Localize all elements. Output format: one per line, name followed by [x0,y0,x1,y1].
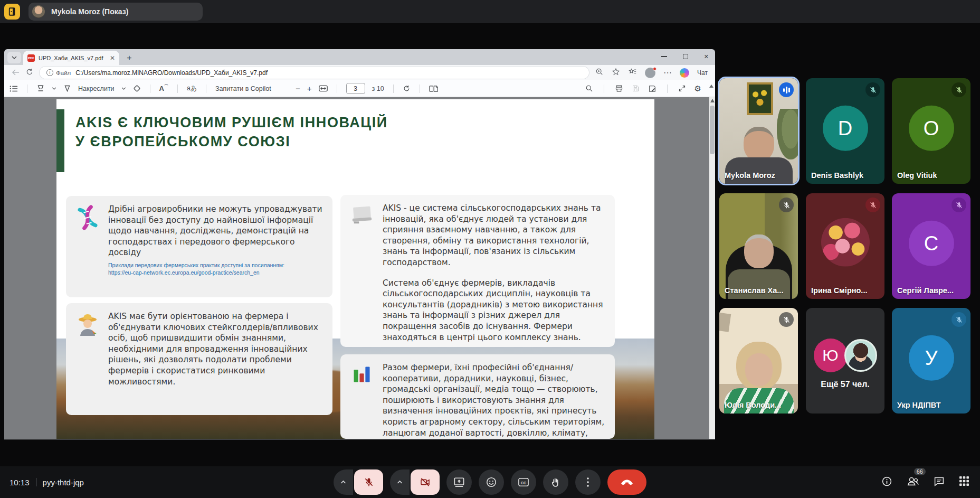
card-link[interactable]: https://eu-cap-network.ec.europa.eu/good… [108,269,324,276]
card-text: AKIS - це система сільськогосподарських … [383,203,606,268]
scrollbar[interactable] [709,97,715,439]
scrollbar-up-icon[interactable] [710,99,715,102]
profile-icon[interactable] [645,68,655,78]
people-icon[interactable]: 66 [907,476,919,488]
translate-icon[interactable]: аあ [187,84,197,93]
end-call-button[interactable] [607,469,646,495]
pdf-file-icon: PDF [27,54,35,62]
avatar [32,5,45,18]
back-icon[interactable] [12,68,20,77]
maximize-icon[interactable] [683,54,688,59]
draw-label[interactable]: Накреслити [78,85,115,92]
tab-search-chevron-icon[interactable] [7,52,21,63]
mic-muted-icon [865,82,880,97]
star-icon[interactable] [612,68,620,78]
slide-card-smallholders: Дрібні агровиробники не можуть упроваджу… [66,196,332,297]
title-accent-bar [56,109,64,172]
participant-tile[interactable]: Ірина Смірно... [806,193,884,299]
participant-tile[interactable]: Станислав Ха... [719,193,798,299]
scroll-up-arrow-icon[interactable] [709,84,713,88]
toc-icon[interactable] [9,85,18,92]
address-bar: i Файл C:/Users/ma.moroz.MINAGRO/Downloa… [4,65,715,80]
page-number-input[interactable] [346,83,365,94]
meet-bottom-bar: 10:13 pyy-thtd-jqp CC [0,466,980,498]
participant-tile[interactable]: У Укр НДІПВТ [892,308,971,414]
pdf-page: AKIS Є КЛЮЧОВИМ РУШІЄМ ІННОВАЦІЙ У ЄВРОП… [56,99,654,439]
print-icon[interactable] [615,84,623,92]
participant-tile[interactable]: C Сергій Лавре... [892,193,971,299]
more-participants-tile[interactable]: Ю Ещё 57 чел. [806,308,884,414]
card-note: Приклади передових фермерських практик д… [108,261,324,269]
camera-off-button[interactable] [411,469,440,495]
participant-tile[interactable]: Mykola Moroz [719,78,798,184]
pdf-toolbar: Накреслити A⌒ аあ Запитати в Copilot − + [4,80,715,97]
farmer-icon [74,311,101,407]
highlighter-icon[interactable] [36,84,45,92]
participant-tile[interactable]: O Oleg Vitiuk [892,78,971,184]
page-view-icon[interactable] [429,85,438,92]
raise-hand-icon[interactable] [543,469,568,495]
mic-muted-icon [779,198,794,212]
fit-width-icon[interactable] [319,85,328,92]
pinned-presenter-pill[interactable]: Mykola Moroz (Показ) [28,3,203,21]
profile-alert-dot [653,67,656,71]
collections-icon[interactable] [628,68,637,78]
gear-icon[interactable]: ⚙ [694,84,701,93]
participant-tile[interactable]: Юлія Володи... [719,308,798,414]
door-icon[interactable] [4,4,20,20]
chevron-down-icon[interactable] [121,87,126,90]
emoji-icon[interactable] [479,469,504,495]
audio-indicator-icon [779,82,794,97]
pdf-viewer: AKIS Є КЛЮЧОВИМ РУШІЄМ ІННОВАЦІЙ У ЄВРОП… [4,97,715,439]
copilot-chat-label[interactable]: Чат [697,69,708,77]
dna-icon [74,204,101,289]
save-icon [632,84,640,92]
refresh-icon[interactable] [26,68,33,77]
participant-name: Сергій Лавре... [897,286,954,295]
grid-icon[interactable] [959,476,969,488]
present-button[interactable] [446,469,472,495]
mic-control [334,469,383,495]
zoom-in-icon[interactable] [595,68,604,78]
rotate-icon[interactable] [403,84,411,92]
more-icon[interactable]: ⋯ [663,68,672,78]
participant-count-badge: 66 [914,468,926,475]
browser-tab-strip: PDF UPD_Хаби_AKIS_v7.pdf ✕ + ✕ [4,49,715,65]
pdf-toolbar-right: ⚙ [585,80,701,97]
close-icon[interactable]: ✕ [110,54,115,62]
more-vert-icon[interactable] [575,469,601,495]
mic-muted-button[interactable] [354,469,383,495]
info-icon[interactable]: i [46,69,53,76]
copilot-icon[interactable] [680,68,689,78]
captions-icon[interactable]: CC [511,469,536,495]
url-field[interactable]: i Файл C:/Users/ma.moroz.MINAGRO/Downloa… [40,67,589,79]
svg-text:CC: CC [521,481,526,485]
close-window-icon[interactable]: ✕ [704,53,709,60]
zoom-in-plus-icon[interactable]: + [307,84,312,93]
plant [777,109,798,159]
url-scheme: i Файл [46,69,71,76]
save-as-icon[interactable] [648,84,656,93]
minimize-icon[interactable] [661,56,667,57]
call-controls: CC [0,469,980,495]
chat-icon[interactable] [934,476,945,489]
info-icon[interactable] [881,476,892,489]
eraser-icon[interactable] [133,84,141,92]
mic-options-chevron-up-icon[interactable] [334,469,353,495]
camera-options-chevron-up-icon[interactable] [390,469,410,495]
slide-card-akis-definition: AKIS - це система сільськогосподарських … [340,195,615,347]
search-icon[interactable] [585,84,593,92]
browser-tab[interactable]: PDF UPD_Хаби_AKIS_v7.pdf ✕ [23,51,119,65]
chevron-down-icon[interactable] [52,87,56,90]
presenter-label: Mykola Moroz (Показ) [51,7,128,16]
read-aloud-icon[interactable]: A⌒ [159,84,168,92]
scrollbar-thumb[interactable] [710,106,715,154]
shared-screen-browser-window: PDF UPD_Хаби_AKIS_v7.pdf ✕ + ✕ i Файл [4,49,715,439]
ask-copilot-button[interactable]: Запитати в Copilot [215,85,271,92]
zoom-out-icon[interactable]: − [296,84,300,93]
participant-tile[interactable]: D Denis Bashlyk [806,78,884,184]
new-tab-icon[interactable]: + [122,51,136,65]
card-text-2: Система об'єднує фермерів, викладачів сі… [383,278,606,343]
expand-icon[interactable] [678,84,686,92]
pen-icon[interactable] [63,84,71,92]
